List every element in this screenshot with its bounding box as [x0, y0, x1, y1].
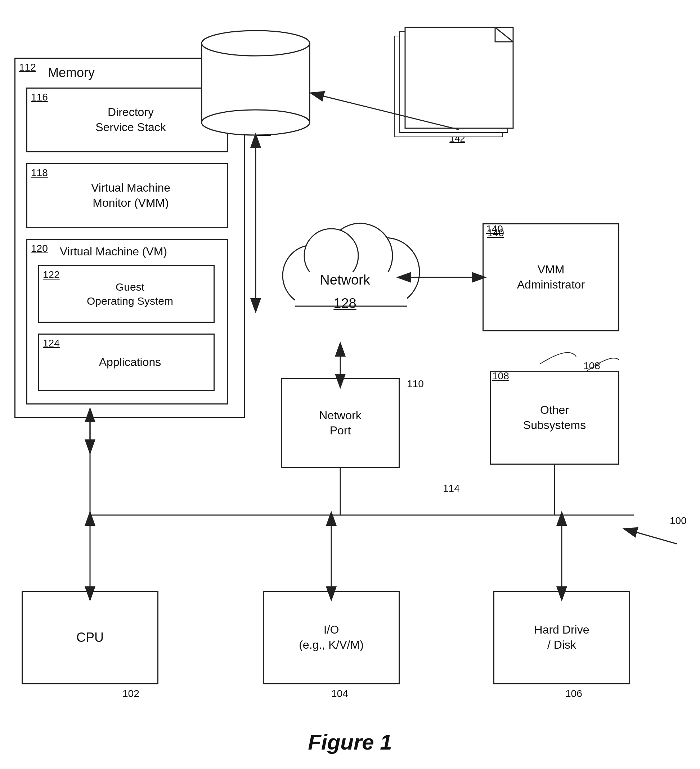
ref-100: 100: [670, 515, 687, 527]
ref-106: 106: [565, 688, 582, 700]
svg-point-9: [302, 238, 389, 324]
io-label: I/O(e.g., K/V/M): [299, 623, 364, 652]
svg-point-12: [328, 223, 392, 288]
svg-line-28: [626, 529, 677, 544]
memory-id: 112: [19, 61, 36, 73]
vmm-admin-box: 140 VMMAdministrator: [483, 223, 619, 331]
dir-repo-label: DirectoryRepository OfVM Objects: [230, 80, 295, 126]
dir-repo-container: DirectoryRepository OfVM Objects 150: [209, 22, 317, 137]
vm-label: Virtual Machine (VM): [60, 244, 167, 259]
memory-label: Memory: [48, 64, 95, 81]
svg-point-10: [351, 238, 419, 306]
hard-drive-box: Hard Drive/ Disk: [493, 591, 630, 684]
ref-114: 114: [443, 483, 460, 494]
other-subsystems-box: OtherSubsystems: [490, 371, 619, 465]
network-port-label: NetworkPort: [319, 408, 361, 438]
ref-102: 102: [122, 688, 140, 700]
dss-id: 116: [31, 92, 48, 103]
vmm-box: 118 Virtual MachineMonitor (VMM): [26, 163, 228, 228]
directory-service-box: 116 DirectoryService Stack: [26, 87, 228, 152]
guest-os-box: 122 GuestOperating System: [38, 265, 215, 323]
dir-repo-id: 150: [255, 126, 270, 137]
applications-box: 124 Applications: [38, 333, 215, 391]
vm-hosts-label: VirtualMachineHosts: [437, 86, 477, 132]
network-text-128: 128: [334, 296, 356, 311]
network-port-box: NetworkPort: [281, 378, 400, 468]
hard-drive-label: Hard Drive/ Disk: [535, 623, 589, 652]
vmm-id: 118: [31, 167, 48, 179]
network-text-network: Network: [320, 272, 370, 288]
ref-110: 110: [407, 378, 424, 390]
svg-rect-14: [295, 272, 407, 326]
vm-id: 120: [31, 243, 48, 254]
cloud-network: [283, 223, 419, 326]
vm-box: 120 Virtual Machine (VM) 122 GuestOperat…: [26, 239, 228, 404]
io-box: I/O(e.g., K/V/M): [263, 591, 400, 684]
cpu-box: CPU: [22, 591, 159, 684]
ref-108: 108: [583, 360, 600, 372]
dss-label: DirectoryService Stack: [88, 105, 166, 135]
other-subsystems-label: OtherSubsystems: [523, 403, 586, 433]
apps-label: Applications: [92, 355, 161, 370]
vmm-label: Virtual MachineMonitor (VMM): [84, 180, 170, 210]
svg-point-11: [283, 245, 344, 306]
svg-point-13: [304, 229, 358, 283]
gos-label: GuestOperating System: [80, 280, 173, 308]
diagram: 112 Memory 116 DirectoryService Stack 11…: [0, 0, 700, 769]
ref-104: 104: [331, 688, 348, 700]
vm-hosts-container: VirtualMachineHosts 142: [396, 22, 519, 144]
vm-hosts-id: 142: [450, 133, 465, 144]
vmm-admin-label: VMMAdministrator: [517, 262, 585, 292]
vmm-admin-id: 140: [487, 227, 504, 239]
cpu-label: CPU: [76, 629, 104, 646]
figure-title: Figure 1: [308, 730, 392, 755]
apps-id: 124: [43, 338, 60, 349]
gos-id: 122: [43, 269, 60, 281]
